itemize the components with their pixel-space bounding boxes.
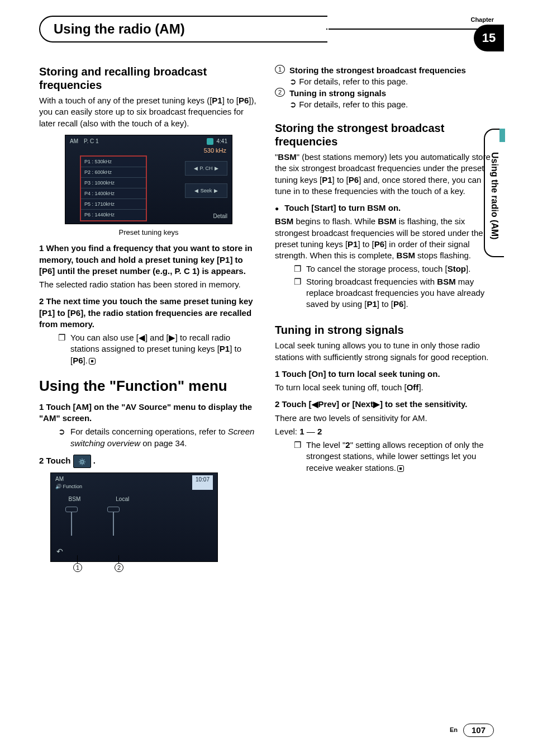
triangle-right-icon: ▶ <box>215 165 218 172</box>
preset-p2[interactable]: P2 : 600kHz <box>81 167 146 177</box>
svg-line-5 <box>79 460 80 461</box>
footer-lang: En <box>450 726 458 734</box>
ss1-band: AM <box>70 138 78 145</box>
preset-p6[interactable]: P6 : 1440kHz <box>81 209 146 220</box>
tuning-step-1: 1 Touch [On] to turn local seek tuning o… <box>275 368 494 380</box>
callout-1-icon: 1 <box>73 563 82 572</box>
callout-item-1: 1 Storing the strongest broadcast freque… <box>275 65 494 88</box>
circled-2-icon: 2 <box>275 88 285 97</box>
svg-line-7 <box>79 463 80 464</box>
screenshot2-callouts: 1 2 <box>50 563 218 578</box>
tuning-step-2: 2 Touch [◀Prev] or [Next▶] to set the se… <box>275 399 494 410</box>
ss1-time: 4:41 <box>217 138 227 145</box>
tuning-level-note: ❐ The level "2" setting allows reception… <box>294 440 494 474</box>
chapter-label: Chapter <box>470 16 494 24</box>
back-icon[interactable]: ↶ <box>56 546 63 557</box>
ss2-time: 10:07 <box>192 475 213 490</box>
preset-list: P1 : 530kHz P2 : 600kHz P3 : 1000kHz P4 … <box>80 155 147 221</box>
end-mark-icon <box>397 465 404 472</box>
bsm-on-step: Touch [Start] to turn BSM on. <box>275 202 494 214</box>
side-tab: Using the radio (AM) <box>484 129 504 257</box>
section-storing-recalling-title: Storing and recalling broadcast frequenc… <box>39 65 258 92</box>
end-mark-icon <box>89 358 96 365</box>
callout-2-icon: 2 <box>115 563 123 572</box>
left-column: Storing and recalling broadcast frequenc… <box>39 65 258 578</box>
seek-button[interactable]: ◀ Seek ▶ <box>185 183 227 198</box>
header-rule <box>326 29 494 30</box>
square-bullet-icon: ❐ <box>58 332 66 366</box>
page-footer: En 107 <box>450 724 494 737</box>
local-button[interactable] <box>107 507 120 536</box>
callout-item-2: 2 Tuning in strong signals ➲ For details… <box>275 88 494 111</box>
bsm-button[interactable] <box>65 507 78 536</box>
screenshot1-caption: Preset tuning keys <box>39 228 258 238</box>
section-strongest-title: Storing the strongest broadcast frequenc… <box>275 121 494 148</box>
square-bullet-icon: ❐ <box>294 276 302 310</box>
step-2: 2 The next time you touch the same prese… <box>39 296 258 330</box>
ss2-sub: 🔊 Function <box>55 483 82 490</box>
ss2-band: AM <box>55 475 82 483</box>
arrow-bullet-icon: ➲ <box>289 77 299 86</box>
arrow-bullet-icon: ➲ <box>58 426 66 449</box>
func-step-1: 1 Touch [AM] on the "AV Source" menu to … <box>39 401 258 424</box>
bsm-cancel-note: ❐ To cancel the storage process, touch [… <box>294 263 494 275</box>
step-1: 1 When you find a frequency that you wan… <box>39 243 258 277</box>
screenshot-preset-keys: AM P. C 1 4:41 530 kHz P1 : 530kHz P2 : … <box>65 135 232 224</box>
side-tab-text: Using the radio (AM) <box>488 152 501 239</box>
ss1-pc: P. C 1 <box>84 138 99 145</box>
arrow-bullet-icon: ➲ <box>289 100 299 109</box>
func-step-1-note: ➲ For details concerning operations, ref… <box>58 426 258 449</box>
bsm-label: BSM <box>69 495 81 503</box>
preset-p3[interactable]: P3 : 1000kHz <box>81 177 146 188</box>
circled-1-icon: 1 <box>275 65 285 74</box>
svg-line-8 <box>83 460 84 461</box>
screenshot-function-menu: AM 🔊 Function 10:07 BSM Local ↶ <box>50 472 218 562</box>
step-1-body: The selected radio station has been stor… <box>39 279 258 290</box>
square-bullet-icon: ❐ <box>294 263 302 275</box>
gear-icon[interactable] <box>207 138 213 145</box>
chapter-number-badge: 15 <box>474 25 504 51</box>
detail-button[interactable]: Detail <box>213 212 227 220</box>
tuning-levels: Level: 1 — 2 <box>275 426 494 437</box>
bsm-on-body: BSM begins to flash. While BSM is flashi… <box>275 216 494 261</box>
footer-page-number: 107 <box>463 724 494 737</box>
section-tuning-title: Tuning in strong signals <box>275 323 494 337</box>
svg-point-0 <box>80 461 83 464</box>
bsm-replace-note: ❐ Storing broadcast frequencies with BSM… <box>294 276 494 310</box>
dot-icon <box>275 203 284 212</box>
func-step-2: 2 Touch . <box>39 455 258 468</box>
preset-p1[interactable]: P1 : 530kHz <box>81 157 146 167</box>
svg-line-6 <box>83 463 84 464</box>
square-bullet-icon: ❐ <box>294 440 302 474</box>
triangle-left-icon: ◀ <box>194 165 198 172</box>
ss1-frequency: 530 kHz <box>204 147 226 155</box>
preset-p5[interactable]: P5 : 1710kHz <box>81 199 146 209</box>
local-label: Local <box>116 495 129 503</box>
pch-button[interactable]: ◀ P. CH ▶ <box>185 161 227 176</box>
right-column: 1 Storing the strongest broadcast freque… <box>275 65 494 578</box>
side-tab-accent <box>499 129 505 142</box>
triangle-left-icon: ◀ <box>194 187 198 194</box>
tuning-step-2-body: There are two levels of sensitivity for … <box>275 413 494 424</box>
section-function-menu-title: Using the "Function" menu <box>39 376 258 396</box>
preset-p4[interactable]: P4 : 1400kHz <box>81 188 146 199</box>
section-tuning-intro: Local seek tuning allows you to tune in … <box>275 340 494 363</box>
section-storing-recalling-intro: With a touch of any of the preset tuning… <box>39 95 258 129</box>
gear-button-icon[interactable] <box>73 455 91 468</box>
step-2-note: ❐ You can also use [◀] and [▶] to recall… <box>58 332 258 366</box>
tuning-step-1-body: To turn local seek tuning off, touch [Of… <box>275 382 494 393</box>
page-title: Using the radio (AM) <box>39 16 329 42</box>
section-strongest-body: "BSM" (best stations memory) lets you au… <box>275 152 494 197</box>
triangle-right-icon: ▶ <box>214 187 218 194</box>
